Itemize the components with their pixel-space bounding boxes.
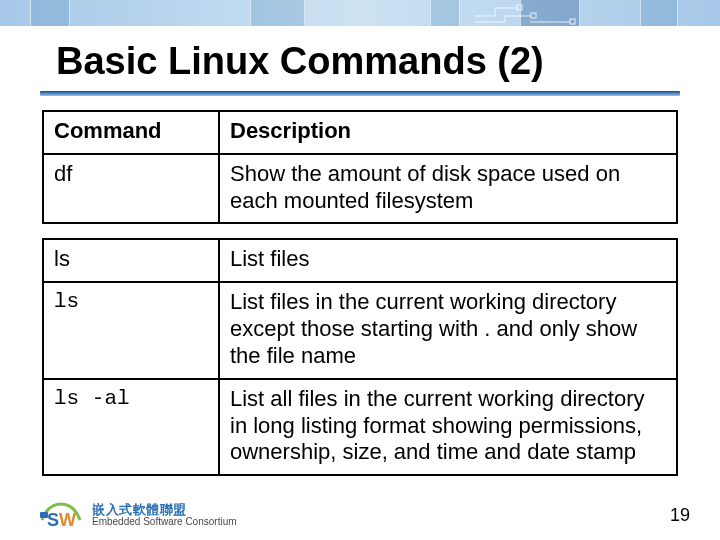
brand-name-en: Embedded Software Consortium <box>92 517 237 528</box>
cell-description: List files in the current working direct… <box>219 282 677 378</box>
cell-command: df <box>43 154 219 224</box>
footer: S W 嵌入式軟體聯盟 Embedded Software Consortium… <box>0 498 720 532</box>
cell-command: ls <box>43 282 219 378</box>
page-number: 19 <box>670 505 690 532</box>
table-row: ls List files in the current working dir… <box>43 282 677 378</box>
page-title: Basic Linux Commands (2) <box>0 26 720 91</box>
brand-text: 嵌入式軟體聯盟 Embedded Software Consortium <box>92 503 237 527</box>
svg-text:S: S <box>47 510 59 530</box>
circuit-icon <box>470 2 590 26</box>
brand-name-zh: 嵌入式軟體聯盟 <box>92 503 237 517</box>
svg-text:W: W <box>59 510 76 530</box>
table-row: df Show the amount of disk space used on… <box>43 154 677 224</box>
table-row: ls List files <box>43 239 677 282</box>
svg-rect-1 <box>531 13 536 18</box>
header-decoration <box>0 0 720 26</box>
cell-description: Show the amount of disk space used on ea… <box>219 154 677 224</box>
svg-rect-5 <box>40 512 48 518</box>
table-header-row: Command Description <box>43 111 677 154</box>
svg-rect-2 <box>570 19 575 24</box>
title-underline <box>40 91 680 96</box>
content-area: Command Description df Show the amount o… <box>0 110 720 476</box>
cell-command: ls <box>43 239 219 282</box>
cell-description: List files <box>219 239 677 282</box>
col-header-description: Description <box>219 111 677 154</box>
brand-logo: S W 嵌入式軟體聯盟 Embedded Software Consortium <box>40 498 237 532</box>
col-header-command: Command <box>43 111 219 154</box>
command-table-2: ls List files ls List files in the curre… <box>42 238 678 476</box>
table-row: ls -al List all files in the current wor… <box>43 379 677 475</box>
slide: Basic Linux Commands (2) Command Descrip… <box>0 0 720 540</box>
logo-mark-icon: S W <box>40 498 82 532</box>
cell-command: ls -al <box>43 379 219 475</box>
svg-rect-0 <box>517 5 522 10</box>
cell-description: List all files in the current working di… <box>219 379 677 475</box>
command-table-1: Command Description df Show the amount o… <box>42 110 678 224</box>
